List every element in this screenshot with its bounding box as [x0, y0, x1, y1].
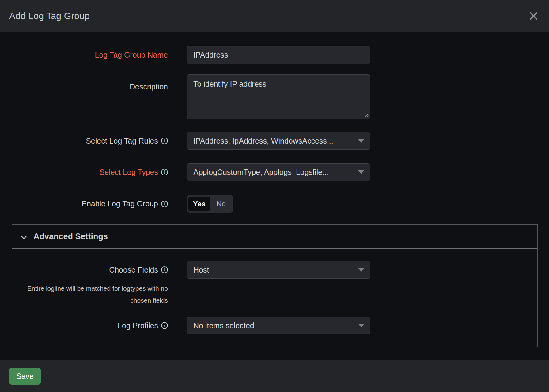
info-icon[interactable]	[161, 169, 168, 175]
description-row: Description To identify IP address	[0, 74, 549, 119]
chevron-down-icon	[21, 235, 27, 239]
select-log-types-row: Select Log Types ApplogCustomType, Applo…	[0, 163, 549, 181]
enable-toggle-yes[interactable]: Yes	[188, 197, 210, 211]
choose-fields-label: Choose Fields	[109, 266, 158, 274]
log-profiles-row: Log Profiles No items selected	[12, 317, 537, 334]
choose-fields-dropdown[interactable]: Host	[187, 261, 370, 279]
modal-footer: Save	[0, 360, 549, 392]
choose-fields-label-col: Choose Fields Entire logline will be mat…	[12, 261, 168, 306]
info-icon[interactable]	[161, 322, 168, 329]
log-tag-rules-dropdown[interactable]: IPAddress, IpAddress, WindowsAccess...	[187, 132, 370, 150]
log-types-dropdown[interactable]: ApplogCustomType, Applogs_Logsfile...	[187, 163, 370, 181]
log-profiles-label-col: Log Profiles	[12, 321, 168, 330]
chevron-down-icon	[358, 268, 364, 272]
log-tag-group-name-label-col: Log Tag Group Name	[0, 51, 168, 59]
save-button[interactable]: Save	[9, 368, 41, 385]
advanced-settings-panel: Advanced Settings Choose Fields Entire l…	[12, 224, 538, 347]
select-log-types-label-col: Select Log Types	[0, 168, 168, 177]
info-icon[interactable]	[161, 138, 168, 144]
modal-body: Log Tag Group Name Description To identi…	[0, 32, 549, 360]
log-tag-rules-dropdown-value: IPAddress, IpAddress, WindowsAccess...	[193, 137, 333, 145]
modal-title: Add Log Tag Group	[9, 11, 90, 21]
advanced-settings-title: Advanced Settings	[33, 232, 108, 241]
close-icon	[529, 12, 538, 20]
select-log-tag-rules-label-col: Select Log Tag Rules	[0, 137, 168, 145]
log-profiles-dropdown-value: No items selected	[193, 321, 254, 330]
log-tag-group-name-label: Log Tag Group Name	[0, 51, 168, 59]
log-types-dropdown-value: ApplogCustomType, Applogs_Logsfile...	[193, 168, 329, 177]
add-log-tag-group-modal: Add Log Tag Group Log Tag Group Name Des…	[0, 0, 549, 392]
enable-toggle[interactable]: Yes No	[187, 195, 233, 213]
description-label: Description	[0, 82, 168, 91]
chevron-down-icon	[358, 324, 364, 327]
description-label-col: Description	[0, 74, 168, 91]
close-button[interactable]	[528, 10, 540, 22]
select-log-tag-rules-row: Select Log Tag Rules IPAddress, IpAddres…	[0, 132, 549, 150]
info-icon[interactable]	[161, 266, 168, 273]
choose-fields-dropdown-value: Host	[193, 266, 209, 274]
log-profiles-label: Log Profiles	[118, 321, 158, 330]
log-tag-group-name-row: Log Tag Group Name	[0, 46, 549, 64]
chevron-down-icon	[358, 139, 364, 143]
enable-log-tag-group-row: Enable Log Tag Group Yes No	[0, 195, 549, 213]
choose-fields-row: Choose Fields Entire logline will be mat…	[12, 261, 537, 306]
modal-header: Add Log Tag Group	[0, 0, 549, 32]
select-log-types-label: Select Log Types	[100, 168, 158, 177]
enable-log-tag-group-label-col: Enable Log Tag Group	[0, 199, 168, 208]
enable-log-tag-group-label: Enable Log Tag Group	[81, 199, 158, 208]
advanced-settings-header[interactable]: Advanced Settings	[12, 225, 537, 249]
log-profiles-dropdown[interactable]: No items selected	[187, 317, 370, 334]
description-textarea[interactable]: To identify IP address	[187, 74, 370, 119]
chevron-down-icon	[358, 170, 364, 174]
enable-toggle-no[interactable]: No	[210, 197, 232, 211]
log-tag-group-name-input[interactable]	[187, 46, 370, 64]
info-icon[interactable]	[161, 201, 168, 207]
choose-fields-helper-text: Entire logline will be matched for logty…	[21, 282, 168, 306]
select-log-tag-rules-label: Select Log Tag Rules	[86, 137, 158, 145]
